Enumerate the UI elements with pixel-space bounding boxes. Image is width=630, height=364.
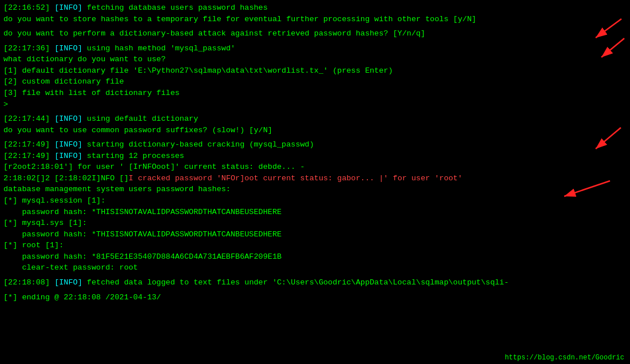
- terminal-line: password hash: *THISISNOTAVALIDPASSWORDT…: [3, 229, 627, 240]
- terminal-line: database management system users passwor…: [3, 184, 627, 195]
- terminal-line: [22:17:36] [INFO] using hash method 'mys…: [3, 43, 627, 54]
- terminal-line: 2:18:02[]2 [2:18:02I]NFO []I cracked pas…: [3, 173, 627, 184]
- terminal-line: password hash: *81F5E21E35407D884A6CD4A7…: [3, 251, 627, 263]
- terminal-line: [22:17:49] [INFO] starting dictionary-ba…: [3, 139, 627, 151]
- terminal-line: do you want to store hashes to a tempora…: [3, 14, 627, 25]
- terminal-line: what dictionary do you want to use?: [3, 54, 627, 65]
- terminal-line: [3] file with list of dictionary files: [3, 88, 627, 99]
- terminal-line: [22:18:08] [INFO] fetched data logged to…: [3, 277, 627, 288]
- terminal-line: password hash: *THISISNOTAVALIDPASSWORDT…: [3, 207, 627, 218]
- terminal-line: [r2oot2:18:01'] for user ' [IrNFOoot]' c…: [3, 161, 627, 173]
- terminal-line: do you want to perform a dictionary-base…: [3, 28, 627, 39]
- terminal-line: [*] root [1]:: [3, 240, 627, 251]
- terminal-line: >: [3, 99, 627, 110]
- terminal-line: [22:16:52] [INFO] fetching database user…: [3, 2, 627, 14]
- terminal-output: [22:16:52] [INFO] fetching database user…: [3, 2, 627, 303]
- terminal-line: [*] ending @ 22:18:08 /2021-04-13/: [3, 292, 627, 303]
- terminal-line: do you want to use common password suffi…: [3, 125, 627, 136]
- footer-url: https://blog.csdn.net/Goodric: [505, 354, 624, 362]
- terminal-line: [*] mysql.session [1]:: [3, 195, 627, 207]
- terminal-line: [22:17:44] [INFO] using default dictiona…: [3, 113, 627, 125]
- terminal: [22:16:52] [INFO] fetching database user…: [0, 0, 630, 364]
- terminal-line: [*] mysql.sys [1]:: [3, 217, 627, 229]
- terminal-line: [2] custom dictionary file: [3, 76, 627, 88]
- terminal-line: [22:17:49] [INFO] starting 12 processes: [3, 151, 627, 162]
- terminal-line: [1] default dictionary file 'E:\Python27…: [3, 65, 627, 77]
- terminal-line: clear-text password: root: [3, 262, 627, 274]
